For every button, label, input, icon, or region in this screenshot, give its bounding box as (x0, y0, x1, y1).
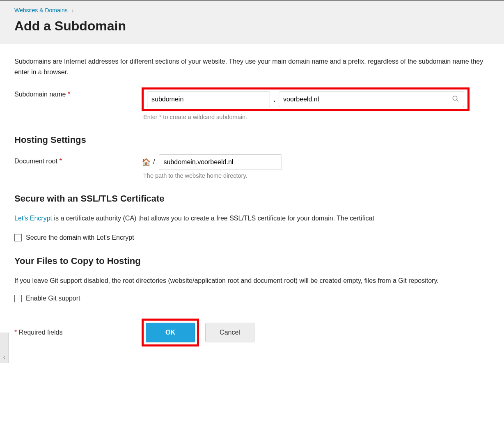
parent-domain-input[interactable] (279, 92, 464, 107)
files-heading: Your Files to Copy to Hosting (14, 256, 490, 266)
home-icon: 🏠 (142, 158, 151, 167)
search-icon[interactable] (452, 95, 459, 104)
subdomain-name-input[interactable] (147, 92, 270, 107)
ok-highlight-box: OK (142, 319, 199, 346)
required-fields-note: * Required fields (14, 329, 142, 336)
svg-point-0 (453, 96, 457, 101)
subdomain-hint: Enter * to create a wildcard subdomain. (143, 114, 490, 120)
sidebar-collapse-toggle[interactable]: ‹ (0, 333, 9, 363)
header-area: Websites & Domains › Add a Subdomain (0, 0, 504, 44)
subdomain-name-label: Subdomain name * (14, 87, 142, 98)
secure-domain-checkbox[interactable] (14, 234, 22, 241)
secure-domain-label: Secure the domain with Let's Encrypt (26, 234, 134, 241)
dot-separator: . (273, 95, 276, 104)
document-root-input[interactable] (159, 154, 282, 170)
ssl-heading: Secure with an SSL/TLS Certificate (14, 193, 490, 204)
page-title: Add a Subdomain (14, 18, 490, 34)
intro-text: Subdomains are Internet addresses for di… (14, 56, 490, 77)
git-checkbox-row[interactable]: Enable Git support (14, 295, 490, 302)
breadcrumb-link-websites-domains[interactable]: Websites & Domains (14, 7, 68, 14)
ssl-description: Let's Encrypt is a certificate authority… (14, 213, 490, 224)
enable-git-checkbox[interactable] (14, 295, 22, 302)
subdomain-highlight-box: . (142, 87, 470, 111)
docroot-hint: The path to the website home directory. (143, 172, 490, 179)
svg-line-1 (456, 100, 458, 102)
cancel-button[interactable]: Cancel (205, 323, 254, 342)
required-asterisk: * (59, 158, 62, 165)
hosting-settings-heading: Hosting Settings (14, 135, 490, 145)
breadcrumb: Websites & Domains › (14, 7, 490, 14)
files-description: If you leave Git support disabled, the r… (14, 275, 490, 286)
enable-git-label: Enable Git support (26, 295, 80, 302)
ok-button[interactable]: OK (146, 323, 195, 342)
docroot-prefix: 🏠 / (142, 154, 282, 170)
chevron-left-icon: ‹ (3, 354, 5, 360)
content-area: Subdomains are Internet addresses for di… (0, 44, 504, 363)
required-asterisk: * (68, 91, 70, 98)
subdomain-name-row: Subdomain name * . Enter * to create a w… (14, 87, 490, 120)
footer-row: * Required fields OK Cancel (14, 319, 490, 346)
slash-separator: / (153, 158, 155, 166)
button-group: OK Cancel (142, 319, 254, 346)
document-root-label: Document root * (14, 154, 142, 165)
lets-encrypt-link[interactable]: Let's Encrypt (14, 215, 52, 222)
document-root-row: Document root * 🏠 / The path to the webs… (14, 154, 490, 179)
chevron-right-icon: › (72, 7, 74, 14)
ssl-checkbox-row[interactable]: Secure the domain with Let's Encrypt (14, 234, 490, 241)
